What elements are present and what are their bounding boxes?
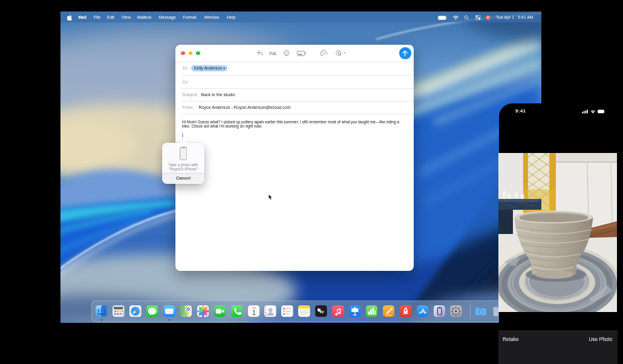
svg-text:tv: tv xyxy=(320,309,324,314)
svg-text:1: 1 xyxy=(252,310,256,316)
